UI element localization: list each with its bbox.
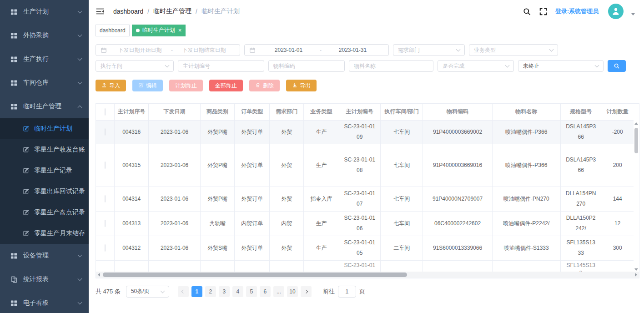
toolbar-button-5[interactable]: 导出: [286, 80, 317, 91]
filter-row-2: 执行车间是否完成未终止: [96, 60, 639, 72]
vertical-scrollbar[interactable]: [634, 121, 639, 272]
page-ellipsis[interactable]: ...: [273, 286, 284, 297]
next-page-button[interactable]: [301, 286, 312, 297]
sidebar-item-4[interactable]: 临时生产管理: [0, 95, 89, 118]
submenu-item-label: 临时生产计划: [34, 125, 72, 133]
table-cell: 004314: [115, 187, 149, 211]
toolbar-button-0[interactable]: 导入: [96, 80, 126, 91]
tab-dashboard[interactable]: dashboard: [96, 25, 130, 36]
table-row[interactable]: 0043132023-01-06共轨嘴内贸订单内贸生产SC-23-01-0106…: [96, 211, 634, 236]
column-header-8[interactable]: 物料编码: [423, 104, 492, 120]
column-header-7[interactable]: 执行车间/部门: [380, 104, 423, 120]
horizontal-scrollbar[interactable]: [96, 272, 639, 278]
column-header-11[interactable]: 计划数量: [601, 104, 634, 120]
table-cell: SC-23-01-0109: [339, 120, 380, 144]
scroll-left-icon[interactable]: [98, 273, 100, 277]
horizontal-scroll-thumb[interactable]: [103, 273, 407, 277]
column-header-5[interactable]: 业务类型: [304, 104, 339, 120]
sidebar-item-3[interactable]: 车间仓库: [0, 71, 89, 95]
sidebar-item-2[interactable]: 生产执行: [0, 47, 89, 71]
table-row[interactable]: 0043162023-01-06外贸P嘴外贸订单外贸生产SC-23-01-010…: [96, 120, 634, 144]
fullscreen-icon[interactable]: [539, 7, 548, 16]
filter-2-1[interactable]: [178, 60, 264, 72]
tab-temp-production-plan[interactable]: 临时生产计划 ×: [132, 25, 186, 36]
column-header-3[interactable]: 订单类型: [235, 104, 270, 120]
filter-select-2-5[interactable]: 未终止: [518, 60, 604, 72]
row-checkbox[interactable]: [105, 162, 106, 169]
filter-select-1-3[interactable]: 业务类型: [469, 44, 558, 56]
table-cell: DSLA145P366: [561, 144, 601, 187]
sidebar-item-5[interactable]: 设备管理: [0, 244, 89, 268]
search-icon[interactable]: [523, 7, 531, 16]
sidebar-item-0[interactable]: 生产计划: [0, 0, 89, 24]
select-all-checkbox[interactable]: [105, 108, 106, 116]
page-button-5[interactable]: 5: [246, 286, 257, 297]
table-row[interactable]: 0043122023-01-06外贸S嘴外贸订单外贸生产SC-23-01-010…: [96, 236, 634, 260]
filter-2-2[interactable]: [268, 60, 345, 72]
row-checkbox-cell: [96, 120, 115, 144]
sidebar-item-1[interactable]: 外协采购: [0, 24, 89, 47]
table-cell: 外贸: [270, 236, 304, 260]
toolbar-button-3[interactable]: 全部终止: [209, 80, 243, 91]
page-button-6[interactable]: 6: [260, 286, 271, 297]
vertical-scroll-thumb[interactable]: [634, 128, 638, 153]
toolbar-button-2[interactable]: 计划终止: [169, 80, 203, 91]
column-header-0[interactable]: 主计划序号: [115, 104, 149, 120]
column-header-2[interactable]: 商品类别: [200, 104, 234, 120]
row-checkbox[interactable]: [105, 220, 106, 227]
close-icon[interactable]: ×: [178, 27, 182, 33]
table-row[interactable]: 0043152023-01-06外贸P嘴外贸订单外贸生产SC-23-01-010…: [96, 144, 634, 187]
table-cell: 2023-01-06: [149, 187, 201, 211]
chevron-down-icon[interactable]: [631, 13, 635, 15]
main-area: dashboard/临时生产管理/临时生产计划 登录:系统管理员 dashboa…: [89, 0, 644, 313]
goto-page-input[interactable]: [338, 286, 356, 298]
login-user-label[interactable]: 登录:系统管理员: [555, 7, 599, 15]
breadcrumb-item-1[interactable]: 临时生产管理: [153, 7, 191, 15]
filter-select-2-0[interactable]: 执行车间: [96, 60, 174, 72]
table-cell: 外贸: [270, 144, 304, 187]
filter-1-1[interactable]: 2023-01-01-2023-01-31: [244, 44, 389, 56]
column-header-9[interactable]: 物料名称: [492, 104, 560, 120]
column-header-6[interactable]: 主计划编号: [339, 104, 380, 120]
submenu-item-0[interactable]: 临时生产计划: [0, 118, 89, 139]
submenu-item-5[interactable]: 零星生产月末结存: [0, 223, 89, 244]
row-checkbox[interactable]: [105, 195, 106, 202]
submenu-item-2[interactable]: 零星生产记录: [0, 160, 89, 181]
filter-2-3[interactable]: [349, 60, 433, 72]
page-button-2[interactable]: 2: [205, 286, 216, 297]
row-checkbox[interactable]: [105, 244, 106, 252]
scroll-right-icon[interactable]: [635, 273, 637, 277]
text-input[interactable]: [354, 63, 428, 69]
filter-select-1-2[interactable]: 需求部门: [393, 44, 465, 56]
page-button-3[interactable]: 3: [219, 286, 230, 297]
search-button[interactable]: [608, 60, 626, 72]
toolbar-button-1[interactable]: 编辑: [132, 80, 163, 91]
page-button-4[interactable]: 4: [232, 286, 243, 297]
breadcrumb-item-0[interactable]: dashboard: [113, 8, 143, 15]
filter-1-0[interactable]: 下发日期开始日期-下发日期结束日期: [96, 44, 240, 56]
toolbar-button-4[interactable]: 删除: [249, 80, 280, 91]
prev-page-button[interactable]: [178, 286, 189, 297]
row-checkbox[interactable]: [105, 128, 106, 136]
column-header-4[interactable]: 需求部门: [270, 104, 304, 120]
sidebar-item-7[interactable]: 电子看板: [0, 291, 89, 313]
filter-select-2-4[interactable]: 是否完成: [438, 60, 514, 72]
table-row[interactable]: 0043142023-01-06外贸P嘴外贸订单外贸指令入库SC-23-01-0…: [96, 187, 634, 211]
column-header-10[interactable]: 规格型号: [561, 104, 601, 120]
submenu-item-4[interactable]: 零星生产盘点记录: [0, 202, 89, 223]
avatar[interactable]: [608, 4, 624, 19]
tab-label: 临时生产计划: [142, 26, 175, 34]
submenu-item-3[interactable]: 零星出库回试记录: [0, 181, 89, 202]
text-input[interactable]: [183, 63, 259, 69]
table-cell: 共轨嘴: [200, 211, 234, 236]
page-button-1[interactable]: 1: [191, 286, 202, 297]
page-size-select[interactable]: 50条/页: [126, 286, 169, 298]
sidebar-item-6[interactable]: 统计报表: [0, 268, 89, 291]
text-input[interactable]: [273, 63, 340, 69]
submenu-item-1[interactable]: 零星生产收发台账: [0, 139, 89, 160]
sidebar-collapse-icon[interactable]: [96, 7, 106, 16]
scroll-down-icon[interactable]: [634, 268, 638, 271]
column-header-1[interactable]: 下发日期: [149, 104, 201, 120]
scroll-up-icon[interactable]: [634, 122, 638, 125]
page-button-10[interactable]: 10: [287, 286, 298, 297]
